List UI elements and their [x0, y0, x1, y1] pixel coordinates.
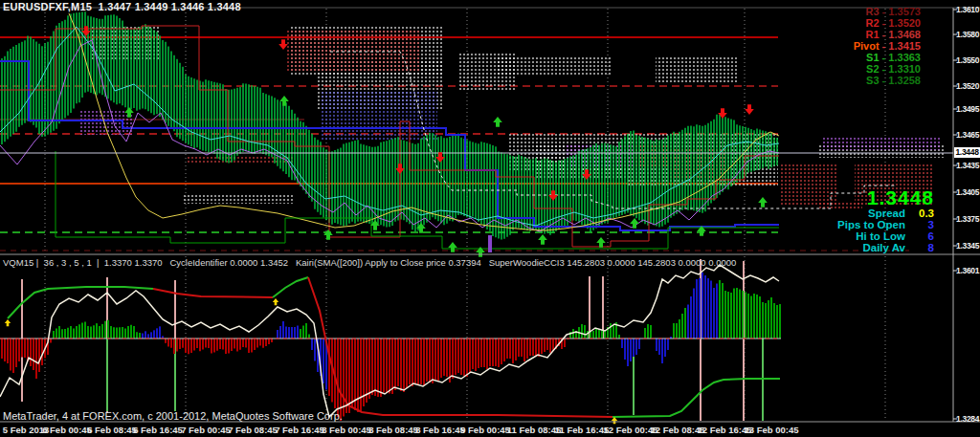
buy-arrow-icon	[758, 197, 768, 208]
price-tick-label: 1.3520	[956, 81, 979, 91]
price-tick-label: 1.3284	[956, 414, 979, 424]
metatrader-chart-window: EURUSDFXF,M15 1.3447 1.3449 1.3446 1.344…	[0, 0, 980, 437]
buy-arrow-icon	[596, 237, 606, 248]
current-price-readout: 1.3448	[837, 187, 934, 208]
sell-arrow-icon	[278, 39, 288, 50]
pivot-level-row: R2 - 1.3520	[854, 17, 921, 29]
price-tick-label: 1.3601	[956, 266, 979, 275]
osc-signal-red-a	[153, 289, 273, 297]
price-tick-label: 1.3405	[956, 187, 979, 197]
market-info-rows: Spread0.3Pips to Open3Hi to Low6Daily Av…	[837, 208, 934, 253]
current-price-tag: 1.3448	[954, 147, 980, 158]
sell-arrow-icon	[745, 104, 754, 115]
price-tick-label: 1.3610	[956, 5, 979, 14]
price-tick-label: 1.3435	[956, 161, 979, 170]
buy-arrow-icon	[538, 234, 547, 245]
price-tick-label: 1.3580	[956, 30, 979, 39]
pivot-level-row: R3 - 1.3573	[854, 6, 921, 17]
price-tick-label: 1.3375	[956, 214, 979, 224]
osc-signal-green-c	[612, 379, 780, 417]
pivot-levels-panel: R3 - 1.3573R2 - 1.3520R1 - 1.3468Pivot -…	[854, 6, 921, 86]
price-tick-label: 1.3495	[956, 104, 979, 114]
pivot-level-row: Pivot - 1.3415	[854, 40, 921, 52]
market-info-panel: 1.3448 Spread0.3Pips to Open3Hi to Low6D…	[837, 187, 934, 253]
buy-arrow-icon	[493, 117, 502, 127]
price-axis[interactable]: 1.36101.35801.35501.35201.34951.34651.34…	[954, 0, 980, 437]
buy-arrow-icon	[323, 229, 333, 240]
chart-title: EURUSDFXF,M15 1.3447 1.3449 1.3446 1.344…	[3, 1, 241, 12]
buy-arrow-icon	[630, 218, 639, 229]
price-tick-label: 1.3550	[956, 55, 979, 65]
copyright-text: MetaTrader, 4 at FOREX.com, c 2001-2012,…	[3, 410, 343, 422]
pivot-level-row: R1 - 1.3468	[854, 29, 921, 40]
buy-arrow-icon	[273, 298, 278, 305]
market-info-row: Daily Av8	[837, 242, 934, 253]
chart-canvas[interactable]	[0, 0, 980, 437]
indicator-values-bar: VQM15 | 36 , 3 , 5 , 1 | 1.3370 1.3370 C…	[3, 257, 736, 268]
osc-signal-green-a	[8, 287, 153, 318]
pivot-level-row: S2 - 1.3310	[854, 63, 921, 75]
market-info-row: Hi to Low6	[837, 230, 934, 242]
market-info-row: Spread0.3	[837, 208, 934, 219]
time-tick-label: 13 Feb 00:45	[733, 425, 810, 435]
market-info-row: Pips to Open3	[837, 219, 934, 230]
time-axis[interactable]: 5 Feb 20136 Feb 00:456 Feb 08:456 Feb 16…	[0, 424, 980, 437]
price-tick-label: 1.3465	[956, 130, 979, 140]
price-tick-label: 1.3345	[956, 241, 979, 251]
osc-signal-green-b	[273, 277, 308, 297]
buy-arrow-icon	[5, 319, 11, 326]
pivot-level-row: S3 - 1.3258	[854, 75, 921, 86]
pivot-level-row: S1 - 1.3363	[854, 52, 921, 63]
